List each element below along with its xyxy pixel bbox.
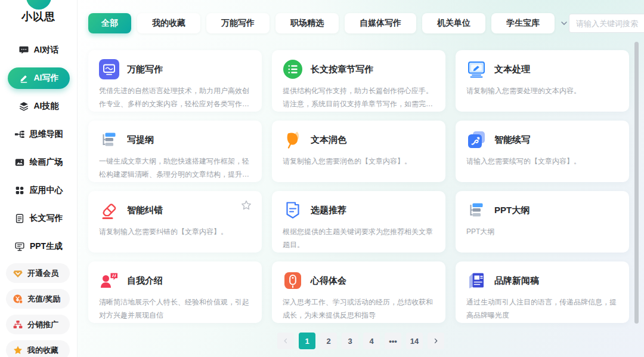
tool-card[interactable]: 品牌新闻稿 通过生动而引人注目的语言，传递品牌信息，提高品牌曝光度 xyxy=(456,261,629,323)
tool-card[interactable]: 选题推荐 根据您提供的主题关键词要求为您推荐相关文章题目。 xyxy=(272,191,445,253)
shortcut-label: 开通会员 xyxy=(27,268,58,279)
sidebar-shortcut-4[interactable]: 我的收藏 xyxy=(6,340,70,357)
cards-grid: 万能写作 凭借先进的自然语言处理技术，助力用户高效创作专业、多样的文案内容，轻松… xyxy=(88,50,629,323)
card-head: PPT大纲 xyxy=(466,200,618,220)
layers-icon xyxy=(18,101,29,112)
mindmap-icon xyxy=(14,129,25,140)
bookmark-doc-icon xyxy=(283,200,303,220)
sidebar-nav: AI对话AI写作AI技能思维导图绘画广场应用中心长文写作PPT生成 xyxy=(0,39,77,257)
app-title: 小以思 xyxy=(0,10,77,24)
card-title: 自我介绍 xyxy=(127,275,163,287)
tab-2[interactable]: 我的收藏 xyxy=(137,13,200,33)
person-chat-icon xyxy=(99,270,119,291)
page-button-4[interactable]: 4 xyxy=(363,333,380,349)
presentation-icon xyxy=(14,241,25,252)
page-ellipsis[interactable]: ••• xyxy=(385,333,401,349)
card-head: 品牌新闻稿 xyxy=(466,270,618,291)
card-head: 文本处理 xyxy=(466,59,618,79)
page-button-1[interactable]: 1 xyxy=(299,333,315,349)
tab-1[interactable]: 全部 xyxy=(88,13,131,33)
card-description: 一键生成文章大纲，助您快速搭建写作框架，轻松构建逻辑清晰、条理分明的文章结构，提… xyxy=(99,155,251,181)
card-title: 文本润色 xyxy=(311,134,346,146)
tool-card[interactable]: 文本处理 请复制输入您需要处理的文本内容。 xyxy=(456,50,629,112)
image-icon xyxy=(14,157,25,168)
sidebar-item-label: 思维导图 xyxy=(30,129,63,140)
sidebar-item-label: 长文写作 xyxy=(30,213,63,224)
outline-tree-icon xyxy=(466,200,487,220)
sidebar-item-label: 应用中心 xyxy=(30,185,63,196)
sidebar-item-3[interactable]: AI技能 xyxy=(10,96,67,117)
card-title: 长文按章节写作 xyxy=(311,64,373,75)
card-description: PPT大纲 xyxy=(466,226,618,239)
sidebar-item-7[interactable]: 长文写作 xyxy=(6,208,72,229)
card-title: 选题推荐 xyxy=(311,205,346,216)
card-title: 智能纠错 xyxy=(127,205,163,216)
card-title: 心得体会 xyxy=(311,275,346,287)
card-description: 请输入您需要续写的【文章内容】。 xyxy=(466,155,618,168)
page-button-14[interactable]: 14 xyxy=(406,333,423,349)
tool-card[interactable]: PPT大纲 PPT大纲 xyxy=(456,191,629,253)
tabs-list: 全部我的收藏万能写作职场精选自媒体写作机关单位学生宝库 xyxy=(88,13,555,33)
card-title: 写提纲 xyxy=(127,134,154,146)
sidebar-item-6[interactable]: 应用中心 xyxy=(6,180,72,201)
card-description: 提供结构化写作支持，助力长篇创作得心应手。请注意，系统目前仅支持单章节写作，如需… xyxy=(283,85,435,110)
tab-5[interactable]: 自媒体写作 xyxy=(345,13,416,33)
leaf-icon xyxy=(283,130,303,150)
card-head: 写提纲 xyxy=(99,130,251,150)
card-description: 请复制输入您需要处理的文本内容。 xyxy=(466,85,618,98)
tab-6[interactable]: 机关单位 xyxy=(422,13,485,33)
tool-card[interactable]: 心得体会 深入思考工作、学习或活动的经历，总结收获和成长，为未来提供反思和指导 xyxy=(272,261,445,323)
page-button-2[interactable]: 2 xyxy=(320,333,337,349)
monitor-wave-icon xyxy=(99,59,119,79)
sidebar-item-1[interactable]: AI对话 xyxy=(10,39,67,61)
category-tabbar: 全部我的收藏万能写作职场精选自媒体写作机关单位学生宝库 xyxy=(78,0,644,33)
outline-tree-icon xyxy=(99,130,119,150)
scrollbar[interactable] xyxy=(634,42,639,324)
prev-page-button[interactable] xyxy=(277,333,294,349)
tool-card[interactable]: 长文按章节写作 提供结构化写作支持，助力长篇创作得心应手。请注意，系统目前仅支持… xyxy=(272,50,445,112)
tool-card[interactable]: 智能续写 请输入您需要续写的【文章内容】。 xyxy=(456,121,629,182)
sidebar-shortcut-3[interactable]: 分销推广 xyxy=(6,315,70,334)
sidebar-item-5[interactable]: 绘画广场 xyxy=(6,152,72,173)
eraser-icon xyxy=(99,200,119,220)
chevron-down-icon[interactable] xyxy=(559,19,569,28)
star-outline-icon[interactable] xyxy=(240,199,252,211)
search-input[interactable] xyxy=(569,14,644,33)
next-page-button[interactable] xyxy=(428,333,444,349)
shortcut-label: 充值/奖励 xyxy=(27,294,61,304)
card-head: 心得体会 xyxy=(283,270,435,291)
shortcut-label: 我的收藏 xyxy=(27,345,58,356)
sidebar-item-label: AI技能 xyxy=(34,101,59,112)
sidebar-shortcut-2[interactable]: 充值/奖励 xyxy=(6,289,70,309)
tool-card[interactable]: 万能写作 凭借先进的自然语言处理技术，助力用户高效创作专业、多样的文案内容，轻松… xyxy=(88,50,262,112)
newspaper-icon xyxy=(466,270,487,291)
card-description: 清晰简洁地展示个人特长、经验和价值观，引起对方兴趣并展现自信 xyxy=(99,296,251,322)
sidebar-item-8[interactable]: PPT生成 xyxy=(6,236,71,257)
card-title: 智能续写 xyxy=(494,134,530,146)
notebook-icon xyxy=(283,270,303,291)
card-description: 根据您提供的主题关键词要求为您推荐相关文章题目。 xyxy=(283,226,435,251)
shortcut-label: 分销推广 xyxy=(27,319,58,330)
tab-4[interactable]: 职场精选 xyxy=(275,13,339,33)
page-button-3[interactable]: 3 xyxy=(342,333,358,349)
tab-3[interactable]: 万能写作 xyxy=(206,13,270,33)
tool-card[interactable]: 智能纠错 请复制输入您需要纠错的【文章内容】。 xyxy=(88,191,262,253)
pagination: 1234•••14 xyxy=(78,333,644,349)
vip-diamond-icon xyxy=(13,268,23,279)
document-icon xyxy=(14,213,25,224)
coin-icon xyxy=(13,294,23,304)
card-head: 文本润色 xyxy=(283,130,435,150)
tool-card[interactable]: 自我介绍 清晰简洁地展示个人特长、经验和价值观，引起对方兴趣并展现自信 xyxy=(88,261,262,323)
sidebar-item-4[interactable]: 思维导图 xyxy=(6,124,72,145)
sidebar-item-2[interactable]: AI写作 xyxy=(8,67,70,89)
card-description: 凭借先进的自然语言处理技术，助力用户高效创作专业、多样的文案内容，轻松应对各类写… xyxy=(99,85,251,110)
card-description: 请复制输入您需要纠错的【文章内容】。 xyxy=(99,226,251,239)
logo-avatar[interactable] xyxy=(26,0,51,10)
star-icon xyxy=(13,345,23,356)
sidebar-shortcut-1[interactable]: 开通会员 xyxy=(6,263,70,283)
card-head: 自我介绍 xyxy=(99,270,251,291)
tool-card[interactable]: 写提纲 一键生成文章大纲，助您快速搭建写作框架，轻松构建逻辑清晰、条理分明的文章… xyxy=(88,121,262,182)
tab-7[interactable]: 学生宝库 xyxy=(491,13,555,33)
monitor-pencil-icon xyxy=(466,59,487,79)
tool-card[interactable]: 文本润色 请复制输入您需要润色的【文章内容】。 xyxy=(272,121,445,182)
